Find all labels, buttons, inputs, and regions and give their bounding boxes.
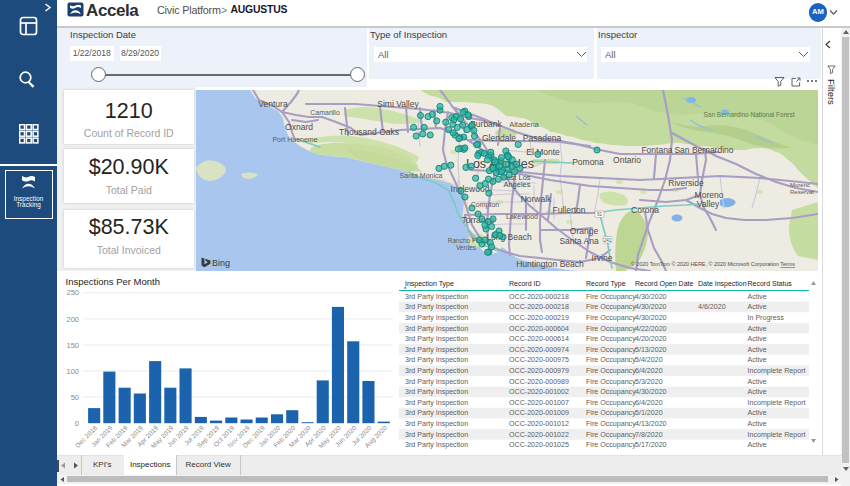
- svg-text:3rd Party Inspection: 3rd Party Inspection: [405, 325, 468, 333]
- svg-text:Fire Occupancy: Fire Occupancy: [586, 409, 636, 417]
- svg-text:7/8/2020: 7/8/2020: [635, 431, 663, 439]
- svg-text:4/30/2020: 4/30/2020: [635, 314, 667, 322]
- svg-text:El Monte: El Monte: [526, 147, 560, 157]
- svg-text:3rd Party Inspection: 3rd Party Inspection: [405, 346, 468, 354]
- svg-text:Altadena: Altadena: [509, 120, 539, 129]
- svg-text:Fire Occupancy: Fire Occupancy: [586, 367, 636, 375]
- svg-text:Incomplete Report: Incomplete Report: [748, 431, 806, 439]
- svg-text:Active: Active: [748, 346, 767, 354]
- svg-text:6/4/2020: 6/4/2020: [635, 399, 663, 407]
- svg-text:3rd Party Inspection: 3rd Party Inspection: [405, 356, 468, 364]
- svg-text:Fire Occupancy: Fire Occupancy: [586, 303, 636, 311]
- svg-text:Active: Active: [748, 356, 767, 364]
- svg-text:Fire Occupancy: Fire Occupancy: [586, 335, 636, 343]
- svg-text:Record ID: Record ID: [509, 280, 541, 287]
- svg-text:OCC-2020-000218: OCC-2020-000218: [509, 293, 569, 301]
- svg-text:Record Type: Record Type: [586, 280, 626, 288]
- svg-text:Inspection Type: Inspection Type: [405, 280, 454, 288]
- svg-text:Fire Occupancy: Fire Occupancy: [586, 441, 636, 449]
- svg-text:4/30/2020: 4/30/2020: [635, 388, 667, 396]
- svg-text:Morenc: Morenc: [790, 182, 810, 188]
- svg-text:200: 200: [66, 315, 79, 324]
- svg-text:Pasadena: Pasadena: [523, 133, 562, 143]
- svg-text:Orange: Orange: [570, 226, 599, 236]
- svg-text:Ventura: Ventura: [258, 99, 288, 109]
- svg-text:3rd Party Inspection: 3rd Party Inspection: [405, 293, 468, 301]
- svg-text:91: 91: [597, 212, 603, 217]
- svg-text:6/4/2020: 6/4/2020: [635, 367, 663, 375]
- svg-text:Ontario: Ontario: [613, 155, 641, 165]
- svg-text:Huntington Beach: Huntington Beach: [516, 259, 584, 269]
- svg-text:In Progress: In Progress: [748, 314, 785, 322]
- svg-text:3rd Party Inspection: 3rd Party Inspection: [405, 399, 468, 407]
- svg-text:3rd Party Inspection: 3rd Party Inspection: [405, 378, 468, 386]
- svg-text:3rd Party Inspection: 3rd Party Inspection: [405, 409, 468, 417]
- svg-text:OCC-2020-000614: OCC-2020-000614: [509, 335, 569, 343]
- svg-text:Fire Occupancy: Fire Occupancy: [586, 325, 636, 333]
- svg-text:Reservat: Reservat: [790, 189, 814, 195]
- svg-text:Record Status: Record Status: [748, 280, 793, 287]
- svg-text:Date Inspection: Date Inspection: [698, 280, 747, 288]
- svg-text:Fontana: Fontana: [641, 145, 672, 155]
- svg-text:3rd Party Inspection: 3rd Party Inspection: [405, 441, 468, 449]
- svg-text:Fire Occupancy: Fire Occupancy: [586, 346, 636, 354]
- svg-text:Active: Active: [748, 388, 767, 396]
- svg-text:3rd Party Inspection: 3rd Party Inspection: [405, 420, 468, 428]
- svg-text:4/30/2020: 4/30/2020: [635, 303, 667, 311]
- svg-text:5/17/2020: 5/17/2020: [635, 441, 667, 449]
- svg-text:Santa Monica: Santa Monica: [400, 172, 443, 179]
- svg-text:Fire Occupancy: Fire Occupancy: [586, 356, 636, 364]
- svg-text:4/13/2020: 4/13/2020: [635, 420, 667, 428]
- svg-text:OCC-2020-001012: OCC-2020-001012: [509, 420, 569, 428]
- svg-text:OCC-2020-000979: OCC-2020-000979: [509, 367, 569, 375]
- svg-text:Fire Occupancy: Fire Occupancy: [586, 293, 636, 301]
- svg-text:Oxnard: Oxnard: [285, 122, 313, 132]
- svg-text:Fire Occupancy: Fire Occupancy: [586, 399, 636, 407]
- svg-text:Corona: Corona: [631, 205, 659, 215]
- svg-text:Lakewood: Lakewood: [506, 213, 538, 220]
- svg-text:5/1/2020: 5/1/2020: [635, 409, 663, 417]
- svg-text:© 2020 TomTom © 2020 HERE, © 2: © 2020 TomTom © 2020 HERE, © 2020 Micros…: [631, 261, 796, 267]
- svg-text:4/22/2020: 4/22/2020: [635, 325, 667, 333]
- svg-text:Fire Occupancy: Fire Occupancy: [586, 431, 636, 439]
- svg-text:Active: Active: [748, 303, 767, 311]
- svg-text:3rd Party Inspection: 3rd Party Inspection: [405, 367, 468, 375]
- svg-text:OCC-2020-000975: OCC-2020-000975: [509, 356, 569, 364]
- svg-text:Active: Active: [748, 420, 767, 428]
- svg-text:Glendale: Glendale: [482, 133, 516, 143]
- svg-text:100: 100: [66, 367, 79, 376]
- svg-text:Incomplete Report: Incomplete Report: [748, 399, 806, 407]
- svg-text:3rd Party Inspection: 3rd Party Inspection: [405, 335, 468, 343]
- svg-text:Active: Active: [748, 378, 767, 386]
- svg-text:Fire Occupancy: Fire Occupancy: [586, 420, 636, 428]
- svg-text:Simi Valley: Simi Valley: [377, 99, 419, 109]
- svg-text:3rd Party Inspection: 3rd Party Inspection: [405, 388, 468, 396]
- svg-text:150: 150: [66, 341, 79, 350]
- svg-text:4/20/2020: 4/20/2020: [635, 335, 667, 343]
- svg-text:Camarillo: Camarillo: [310, 109, 340, 116]
- svg-text:Active: Active: [748, 325, 767, 333]
- svg-text:4/6/2020: 4/6/2020: [698, 303, 726, 311]
- svg-text:4/30/2020: 4/30/2020: [635, 293, 667, 301]
- svg-text:San Bernardino National Forest: San Bernardino National Forest: [703, 111, 794, 118]
- svg-text:OCC-2020-001007: OCC-2020-001007: [509, 399, 569, 407]
- svg-text:250: 250: [66, 288, 79, 297]
- svg-text:Fire Occupancy: Fire Occupancy: [586, 378, 636, 386]
- svg-text:Pomona: Pomona: [572, 157, 604, 167]
- svg-text:Port Hueneme: Port Hueneme: [272, 136, 317, 143]
- svg-text:Santa Ana: Santa Ana: [559, 236, 599, 246]
- svg-text:OCC-2020-001025: OCC-2020-001025: [509, 441, 569, 449]
- svg-text:Active: Active: [748, 335, 767, 343]
- svg-text:Bing: Bing: [212, 258, 230, 268]
- svg-text:241: 241: [604, 238, 612, 243]
- svg-text:OCC-2020-000219: OCC-2020-000219: [509, 314, 569, 322]
- svg-text:0: 0: [75, 419, 79, 428]
- svg-text:OCC-2020-000604: OCC-2020-000604: [509, 325, 569, 333]
- svg-text:3rd Party Inspection: 3rd Party Inspection: [405, 303, 468, 311]
- svg-text:Fullerton: Fullerton: [552, 205, 585, 215]
- svg-text:Record Open Date: Record Open Date: [635, 280, 693, 288]
- svg-text:Fire Occupancy: Fire Occupancy: [586, 388, 636, 396]
- svg-text:3rd Party Inspection: 3rd Party Inspection: [405, 431, 468, 439]
- svg-text:Riverside: Riverside: [668, 178, 704, 188]
- svg-text:Norwalk: Norwalk: [521, 194, 552, 204]
